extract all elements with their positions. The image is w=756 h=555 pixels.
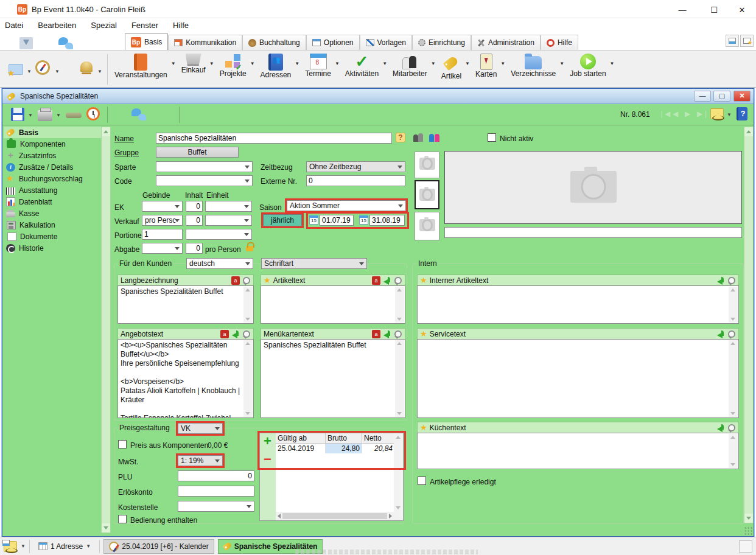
ek-gebinde-combo[interactable]	[142, 201, 183, 212]
nav-previous-button[interactable]: ◀	[673, 110, 678, 118]
tab-buchhaltung[interactable]: Buchhaltung	[242, 35, 306, 50]
schriftart-combo[interactable]: Schriftart	[261, 258, 367, 269]
status-window-button[interactable]	[739, 540, 752, 553]
reminder-bell-icon[interactable]	[80, 61, 93, 72]
erloeskonto-input[interactable]	[178, 486, 254, 497]
nicht-aktiv-checkbox[interactable]	[488, 133, 496, 142]
favorites-dropdown-arrow[interactable]: ▼	[27, 69, 32, 74]
interner-artikeltext-textarea[interactable]	[417, 285, 739, 324]
sidebar-item-zusatzinfos[interactable]: +Zusatzinfos	[4, 150, 101, 161]
zoom-icon[interactable]	[727, 330, 736, 338]
resize-grip[interactable]	[744, 526, 752, 535]
stamp-icon[interactable]	[66, 113, 82, 118]
adressen-dropdown-arrow[interactable]: ▼	[295, 61, 299, 66]
price-cell-brutto[interactable]: 24,80	[326, 444, 362, 453]
navigator-dropdown-arrow[interactable]: ▼	[55, 69, 60, 74]
main-scroll-up[interactable]	[744, 127, 753, 136]
doc-maximize-button[interactable]: ▢	[713, 91, 730, 102]
price-table[interactable]: Gültig ab Brutto Netto 25.04.2019 24,80 …	[276, 433, 394, 453]
saison-combo[interactable]: Aktion Sommer	[287, 200, 406, 211]
karten-dropdown-arrow[interactable]: ▼	[500, 61, 505, 66]
doc-close-button[interactable]: ✕	[733, 91, 751, 102]
preis-aus-komponenten-checkbox[interactable]	[118, 440, 127, 449]
price-add-button[interactable]: +	[264, 436, 271, 447]
verkauf-gebinde-combo[interactable]: pro Persc	[142, 215, 183, 226]
insert-text-icon[interactable]	[716, 424, 725, 432]
photo-display-area[interactable]	[444, 151, 742, 224]
tab-hilfe[interactable]: Hilfe	[541, 35, 578, 50]
zeitbezug-combo[interactable]: Ohne Zeitbezug	[306, 161, 405, 172]
tab-vorlagen[interactable]: Vorlagen	[360, 35, 412, 50]
zoom-icon[interactable]	[727, 276, 736, 285]
insert-text-icon[interactable]	[383, 330, 391, 338]
vk-combo[interactable]: VK	[178, 423, 223, 434]
tab-kommunikation[interactable]: Kommunikation	[168, 35, 242, 50]
jaehrlich-button[interactable]: jährlich	[263, 214, 302, 226]
toolbar-veranstaltungen-button[interactable]: Veranstaltungen	[113, 54, 169, 79]
tab-basis[interactable]: Bp Basis	[125, 33, 168, 50]
tab-administration[interactable]: Administration	[471, 35, 541, 50]
language-combo[interactable]: deutsch	[186, 258, 253, 269]
sidebar-scrollbar[interactable]	[101, 127, 111, 533]
artikelpflege-checkbox[interactable]	[418, 476, 426, 485]
chat-icon[interactable]	[58, 37, 73, 49]
price-col-netto[interactable]: Netto	[362, 433, 395, 444]
abgabe-combo[interactable]	[142, 243, 183, 254]
portionen-einheit-combo[interactable]	[186, 229, 252, 240]
einkauf-dropdown-arrow[interactable]: ▼	[209, 61, 214, 66]
saison-from-input[interactable]	[320, 215, 354, 226]
abgabe-input[interactable]	[186, 243, 203, 254]
favorites-folder-icon[interactable]	[9, 64, 23, 75]
zoom-icon[interactable]	[394, 276, 402, 285]
window-close-button[interactable]: ✕	[733, 5, 751, 15]
toolbar-artikel-button[interactable]: Artikel	[440, 54, 463, 80]
date-from-calendar-icon[interactable]: 15	[309, 215, 318, 225]
insert-text-icon[interactable]	[716, 276, 725, 285]
save-dropdown-arrow[interactable]: ▼	[28, 113, 33, 118]
print-icon[interactable]	[38, 110, 52, 121]
toolbar-karten-button[interactable]: Karten	[474, 54, 498, 79]
notes-dropdown-arrow[interactable]: ▼	[727, 112, 732, 117]
window-minimize-button[interactable]: —	[673, 5, 691, 15]
sidebar-item-kasse[interactable]: Kasse	[4, 208, 101, 219]
toolbar-adressen-button[interactable]: Adressen	[259, 54, 293, 79]
tab-optionen[interactable]: Optionen	[306, 35, 360, 50]
import-icon[interactable]	[19, 37, 33, 49]
sidebar-item-historie[interactable]: Historie	[4, 242, 101, 254]
menu-fenster[interactable]: Fenster	[131, 21, 158, 30]
sidebar-item-zusaetze-details[interactable]: iZusätze / Details	[4, 161, 101, 173]
kostenstelle-combo[interactable]	[178, 501, 254, 512]
navigator-compass-icon[interactable]	[35, 60, 50, 75]
reminder-dropdown-arrow[interactable]: ▼	[97, 69, 102, 74]
doc-minimize-button[interactable]: —	[694, 91, 711, 102]
sidebar-scroll-up[interactable]	[102, 127, 110, 136]
toolbar-projekte-button[interactable]: Projekte	[219, 54, 248, 78]
servicetext-textarea[interactable]	[417, 339, 739, 418]
projekte-dropdown-arrow[interactable]: ▼	[250, 61, 255, 66]
status-kalender-button[interactable]: 25.04.2019 [+6] - Kalender	[103, 539, 214, 554]
portionen-input[interactable]	[142, 229, 183, 240]
price-col-brutto[interactable]: Brutto	[326, 433, 362, 444]
spellcheck-icon[interactable]: a	[220, 330, 229, 338]
favorite-window-button[interactable]: ★	[740, 35, 754, 47]
toolbar-aktivitaeten-button[interactable]: ✓ Aktivitäten	[344, 54, 380, 78]
sidebar-item-kalkulation[interactable]: Kalkulation	[4, 219, 101, 231]
name-input[interactable]	[156, 133, 392, 144]
externe-nr-input[interactable]	[306, 175, 405, 186]
verzeichnisse-dropdown-arrow[interactable]: ▼	[559, 61, 564, 66]
doc-chat-icon[interactable]	[131, 108, 146, 120]
window-maximize-button[interactable]: ☐	[705, 5, 723, 15]
sidebar-item-dokumente[interactable]: Dokumente	[4, 231, 101, 242]
toolbar-termine-button[interactable]: Termine	[304, 54, 332, 78]
price-table-hscroll[interactable]	[276, 512, 394, 520]
restore-doc-window-button[interactable]	[726, 35, 739, 47]
ek-einheit-combo[interactable]	[205, 201, 252, 212]
sidebar-item-buchungsvorschlag[interactable]: ★Buchungsvorschlag	[4, 173, 101, 184]
insert-text-icon[interactable]	[383, 276, 391, 285]
bedienung-checkbox[interactable]	[118, 515, 127, 523]
verkauf-inhalt-input[interactable]	[186, 215, 203, 226]
tab-einrichtung[interactable]: Einrichtung	[412, 35, 471, 50]
code-combo[interactable]	[156, 175, 253, 186]
menu-hilfe[interactable]: Hilfe	[173, 21, 189, 30]
toolbar-job-starten-button[interactable]: Job starten	[569, 54, 607, 78]
